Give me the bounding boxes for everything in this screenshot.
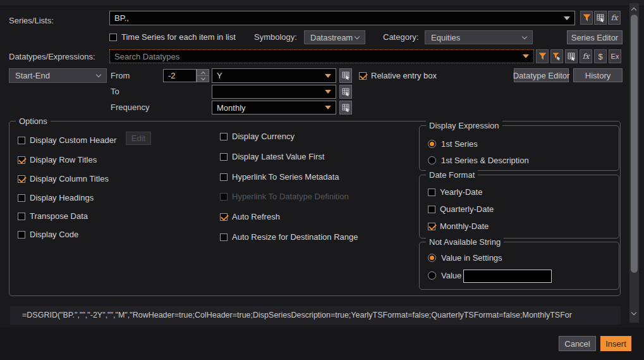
option-display-row-titles[interactable]: Display Row Titles xyxy=(18,155,97,164)
option-auto-refresh[interactable]: Auto Refresh xyxy=(220,212,280,221)
datatypes-grid-picker-button[interactable] xyxy=(565,49,578,63)
datatypes-search-wrap[interactable] xyxy=(109,49,534,63)
relative-entry-checkbox[interactable] xyxy=(359,72,367,80)
option-display-latest-value-first[interactable]: Display Latest Value First xyxy=(220,152,324,161)
datatypes-fx-button[interactable]: fx xyxy=(580,49,592,63)
dropdown-arrow-icon[interactable] xyxy=(325,106,331,109)
datatypes-expression-button[interactable]: Ex xyxy=(609,49,621,63)
radio-button[interactable] xyxy=(428,156,436,164)
option-transpose-data[interactable]: Transpose Data xyxy=(18,211,88,221)
datatypes-search-input[interactable] xyxy=(110,52,523,61)
checkbox[interactable] xyxy=(220,233,228,241)
checkbox[interactable] xyxy=(18,137,25,144)
datatypes-filter-button[interactable] xyxy=(536,49,549,63)
to-select[interactable] xyxy=(212,85,336,99)
category-label: Category: xyxy=(383,32,418,42)
series-editor-button[interactable]: Series Editor xyxy=(567,30,623,44)
history-button[interactable]: History xyxy=(573,68,623,82)
series-input-wrap[interactable] xyxy=(109,11,575,25)
checkbox[interactable] xyxy=(18,213,25,220)
checkbox[interactable] xyxy=(428,189,435,196)
series-dropdown-arrow-icon[interactable] xyxy=(564,16,570,20)
checkbox xyxy=(220,193,228,201)
datatypes-currency-button[interactable]: $ xyxy=(594,49,607,63)
radio-value[interactable]: Value xyxy=(428,271,461,280)
checkbox[interactable] xyxy=(18,156,25,164)
option-yearly-date[interactable]: Yearly-Date xyxy=(428,187,482,197)
checkbox[interactable] xyxy=(18,175,25,183)
frequency-value[interactable] xyxy=(212,103,325,113)
checkbox[interactable] xyxy=(428,223,435,230)
datatypes-filter-select-button[interactable] xyxy=(550,49,563,63)
grid-picker-icon xyxy=(597,14,605,22)
vertical-scrollbar[interactable] xyxy=(629,3,639,323)
option-hyperlink-series-metadata[interactable]: Hyperlink To Series Metadata xyxy=(220,172,339,182)
checkbox[interactable] xyxy=(220,213,228,221)
scrollbar-down-button[interactable] xyxy=(632,313,636,314)
insert-button[interactable]: Insert xyxy=(600,336,631,351)
series-filter-button[interactable] xyxy=(580,11,593,25)
category-value: Equities xyxy=(431,33,460,42)
date-format-legend: Date Format xyxy=(426,170,478,180)
dropdown-arrow-icon[interactable] xyxy=(325,74,331,78)
checkbox-label: Quarterly-Date xyxy=(440,204,494,214)
series-grid-picker-button[interactable] xyxy=(594,11,607,25)
from-value-wrap[interactable] xyxy=(163,69,197,82)
chevron-down-icon xyxy=(200,75,205,80)
option-auto-resize[interactable]: Auto Resize for Destination Range xyxy=(220,232,358,242)
radio-button[interactable] xyxy=(428,140,436,148)
stepper-down-button[interactable] xyxy=(197,76,209,82)
option-display-custom-header[interactable]: Display Custom Header xyxy=(18,135,116,145)
display-expression-legend: Display Expression xyxy=(426,121,502,130)
series-lists-label: Series/Lists: xyxy=(9,16,54,25)
scrollbar-up-button[interactable] xyxy=(632,6,636,12)
from-value-input[interactable] xyxy=(164,71,196,80)
option-display-headings[interactable]: Display Headings xyxy=(18,193,94,202)
radio-1st-series-description[interactable]: 1st Series & Description xyxy=(428,156,529,165)
from-cell-reference-button[interactable] xyxy=(339,68,352,83)
category-select[interactable]: Equities xyxy=(425,30,533,44)
frequency-select[interactable] xyxy=(212,101,336,115)
checkbox[interactable] xyxy=(220,133,228,140)
series-input[interactable] xyxy=(110,13,564,23)
option-monthly-date[interactable]: Monthly-Date xyxy=(428,221,489,231)
option-display-currency[interactable]: Display Currency xyxy=(220,132,295,141)
relative-entry-checkbox-row[interactable]: Relative entry box xyxy=(359,71,437,80)
checkbox[interactable] xyxy=(220,173,228,181)
radio-value-in-settings[interactable]: Value in Settings xyxy=(428,253,502,263)
datatypes-dropdown-arrow-icon[interactable] xyxy=(523,54,529,58)
option-display-column-titles[interactable]: Display Column Titles xyxy=(18,174,109,183)
option-display-code[interactable]: Display Code xyxy=(18,230,78,239)
radio-button[interactable] xyxy=(428,254,436,262)
cancel-button[interactable]: Cancel xyxy=(559,336,596,351)
dropdown-arrow-icon[interactable] xyxy=(325,90,331,94)
checkbox-label: Hyperlink To Series Metadata xyxy=(232,172,339,182)
time-series-checkbox-row[interactable]: Time Series for each item in list xyxy=(109,32,236,42)
frequency-cell-reference-button[interactable] xyxy=(339,101,352,115)
edit-custom-header-button[interactable]: Edit xyxy=(126,132,151,145)
symbology-select[interactable]: Datastream xyxy=(304,30,365,44)
checkbox[interactable] xyxy=(18,231,25,239)
checkbox-label: Yearly-Date xyxy=(440,187,482,197)
not-available-value-wrap[interactable] xyxy=(463,270,552,283)
option-quarterly-date[interactable]: Quarterly-Date xyxy=(428,204,494,214)
from-value-stepper[interactable] xyxy=(197,69,209,82)
datatype-editor-button[interactable]: Datatype Editor xyxy=(514,68,569,82)
radio-1st-series[interactable]: 1st Series xyxy=(428,139,478,149)
from-unit-select[interactable] xyxy=(212,68,336,83)
time-series-checkbox[interactable] xyxy=(109,34,117,41)
series-fx-button[interactable]: fx xyxy=(608,11,621,25)
scrollbar-thumb[interactable] xyxy=(631,15,638,273)
from-unit-value[interactable] xyxy=(212,71,325,80)
checkbox[interactable] xyxy=(18,194,25,202)
dialog-footer-strip xyxy=(0,328,644,360)
symbology-value: Datastream xyxy=(310,33,353,42)
not-available-value-input[interactable] xyxy=(464,271,551,281)
to-cell-reference-button[interactable] xyxy=(339,85,352,99)
to-value[interactable] xyxy=(212,87,325,97)
radio-button[interactable] xyxy=(428,271,436,280)
checkbox[interactable] xyxy=(428,206,435,213)
checkbox[interactable] xyxy=(220,153,228,161)
date-mode-select[interactable]: Start-End xyxy=(9,68,107,83)
stepper-up-button[interactable] xyxy=(197,69,209,76)
